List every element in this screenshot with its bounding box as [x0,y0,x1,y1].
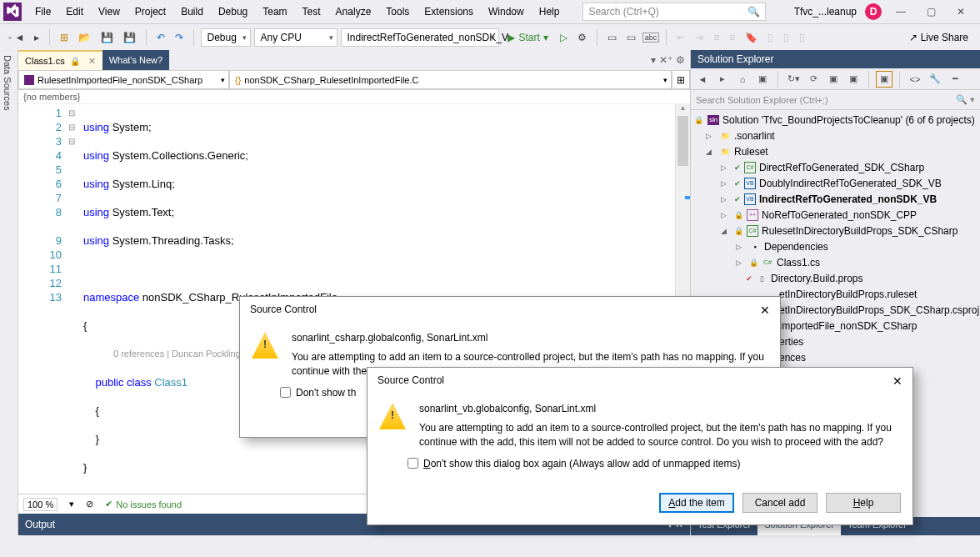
nav-class-dropdown[interactable]: {} nonSDK_CSharp_RulesetInImportedFile.C [229,70,672,89]
tree-arrow-icon[interactable]: ▷ [736,243,746,251]
close-window-button[interactable]: ✕ [950,6,972,18]
se-collapse-icon[interactable]: ▣ [825,71,842,88]
se-view-code-icon[interactable]: <> [907,71,923,88]
outline-gutter[interactable]: ⊟⊟⊟ [68,104,83,494]
tree-arrow-icon[interactable]: ◢ [721,227,731,235]
indent-icon[interactable]: ⇤ [673,30,688,45]
menu-extensions[interactable]: Extensions [418,3,480,21]
tree-node-label[interactable]: etInDirectoryBuildProps_SDK_CSharp.cspro… [779,304,980,316]
scroll-thumb[interactable] [678,116,688,166]
new-project-icon[interactable]: ⊞ [57,30,72,45]
uncomment-icon[interactable]: ≡ [726,30,738,45]
menu-debug[interactable]: Debug [212,3,254,21]
solution-search[interactable]: Search Solution Explorer (Ctrl+;) 🔍 ▾ [691,90,980,110]
tree-node-label[interactable]: DoublyIndirectRefToGenerated_SDK_VB [759,178,942,189]
close-icon[interactable]: ✕ [760,304,770,317]
help-button[interactable]: Help [826,493,901,513]
dont-show-checkbox[interactable] [408,458,418,469]
menu-test[interactable]: Test [296,3,328,21]
se-show-all-icon[interactable]: ▣ [845,71,862,88]
outdent-icon[interactable]: ⇥ [692,30,707,45]
tb-icon-abc[interactable]: abc [642,33,660,43]
tb-status-icon[interactable]: ⊘ [86,499,93,509]
nav-project-dropdown[interactable]: RulesetInImportedFile_nonSDK_CSharp [18,70,229,89]
add-item-button[interactable]: Add the item [659,493,734,513]
tab-dropdown-icon[interactable]: ▾ [651,54,656,66]
tree-node-label[interactable]: Directory.Build.props [771,273,862,284]
gear-icon[interactable]: ⚙ [574,30,590,45]
comment-icon[interactable]: ≡ [710,30,722,45]
tab-class1[interactable]: Class1.cs 🔒 ✕ [18,50,102,70]
maximize-button[interactable]: ▢ [920,6,942,18]
user-avatar[interactable]: D [865,3,882,20]
close-tab-icon[interactable]: ✕ [88,56,96,67]
se-refresh-icon[interactable]: ↻▾ [785,71,802,88]
menu-help[interactable]: Help [532,3,567,21]
tb-icon-3[interactable]: ▯ [764,30,777,45]
tree-node-label[interactable]: Ruleset [734,146,768,158]
split-view-icon[interactable]: ⊞ [672,70,690,89]
platform-dropdown[interactable]: Any CPU [254,28,338,47]
tab-gear-icon[interactable]: ⚙ [676,54,685,66]
tree-node-label[interactable]: Dependencies [764,241,828,253]
search-dropdown-icon[interactable]: 🔍 ▾ [956,94,975,105]
tree-node-label[interactable]: DirectRefToGenerated_SDK_CSharp [759,162,924,173]
global-search[interactable]: Search (Ctrl+Q) 🔍 [582,3,766,21]
menu-project[interactable]: Project [128,3,172,21]
redo-icon[interactable]: ↷ [172,30,187,45]
tree-arrow-icon[interactable]: ▷ [721,211,731,219]
bookmark-icon[interactable]: 🔖 [742,30,761,45]
tab-whats-new[interactable]: What's New? [102,50,169,70]
tb-icon-4[interactable]: ▯ [780,30,792,45]
tree-node-label[interactable]: NoRefToGenerated_nonSDK_CPP [762,209,917,221]
cancel-add-button[interactable]: Cancel add [742,493,818,513]
menu-file[interactable]: File [28,3,58,21]
tree-node-label[interactable]: RulesetInDirectoryBuildProps_SDK_CSharp [762,225,958,237]
config-dropdown[interactable]: Debug [201,28,251,47]
minimize-button[interactable]: — [890,6,912,18]
save-icon[interactable]: 💾 [98,30,117,45]
startup-dropdown[interactable]: IndirectRefToGenerated_nonSDK_V [341,28,499,47]
start-without-debug-icon[interactable]: ▷ [557,30,571,45]
vs-logo[interactable] [3,3,22,21]
tree-node-label[interactable]: ences [779,352,806,364]
menu-edit[interactable]: Edit [59,3,90,21]
tb-icon-2[interactable]: ▭ [623,30,639,45]
se-sync2-icon[interactable]: ⟳ [805,71,822,88]
tree-arrow-icon[interactable]: ▷ [721,195,731,203]
tree-node-label[interactable]: etInDirectoryBuildProps.ruleset [779,289,917,300]
tab-maximize-icon[interactable]: ✕⁺ [659,54,672,66]
menu-analyze[interactable]: Analyze [329,3,378,21]
se-properties-icon[interactable]: 🔧 [927,71,943,88]
se-fwd-icon[interactable]: ▸ [714,71,731,88]
se-home-icon[interactable]: ⌂ [734,71,751,88]
menu-tools[interactable]: Tools [379,3,416,21]
menu-window[interactable]: Window [482,3,531,21]
close-icon[interactable]: ✕ [892,374,902,388]
zoom-level[interactable]: 100 % [23,498,58,511]
nav-fwd-icon[interactable]: ▸ [31,30,42,45]
tree-arrow-icon[interactable]: ▷ [721,179,731,188]
se-preview-icon[interactable]: ▣ [876,71,892,88]
undo-icon[interactable]: ↶ [153,30,168,45]
start-button[interactable]: ▶ Start ▾ [502,32,552,43]
se-back-icon[interactable]: ◄ [694,71,711,88]
menu-team[interactable]: Team [256,3,293,21]
zoom-dropdown-icon[interactable]: ▾ [69,499,74,509]
tree-arrow-icon[interactable]: ▷ [706,132,716,140]
tree-arrow-icon[interactable]: ◢ [706,148,716,156]
tb-icon-1[interactable]: ▭ [604,30,620,45]
nav-back-icon[interactable]: ◦ ◄ [5,30,28,45]
se-more-icon[interactable]: ━ [947,71,963,88]
menu-build[interactable]: Build [174,3,210,21]
data-sources-tab[interactable]: Data Sources [0,50,18,535]
se-sync-icon[interactable]: ▣ [754,71,771,88]
tree-node-label[interactable]: ImportedFile_nonSDK_CSharp [779,320,917,332]
tree-node-label[interactable]: Class1.cs [777,257,820,268]
dont-show-checkbox[interactable] [280,387,291,398]
tb-icon-5[interactable]: ▯ [796,30,808,45]
tree-node-label[interactable]: .sonarlint [734,130,775,142]
tree-arrow-icon[interactable]: ▷ [736,258,746,267]
live-share-button[interactable]: ↗ Live Share [909,32,975,43]
issues-status[interactable]: No issues found [105,499,182,509]
